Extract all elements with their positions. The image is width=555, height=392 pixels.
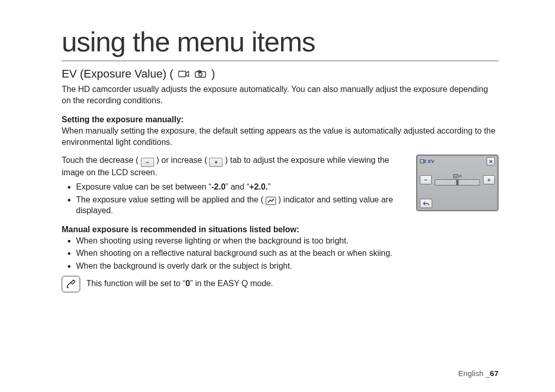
lcd-decrease-button[interactable]: − (420, 175, 432, 184)
recommended-subhead: Manual exposure is recommended in situat… (62, 225, 498, 234)
lcd-screenshot: EV ✕ − 0 + (416, 155, 498, 211)
svg-rect-0 (179, 71, 186, 77)
video-mode-icon (178, 70, 190, 78)
lcd-video-icon (420, 159, 426, 164)
lcd-slider-group: 0 (435, 174, 480, 185)
b1-pre: Exposure value can be set between “ (76, 182, 211, 191)
lcd-title: EV (420, 159, 434, 164)
footer-page-number: 67 (490, 369, 498, 378)
lcd-ev-label: EV (428, 159, 434, 164)
note-post: ” in the EASY Q mode. (190, 279, 273, 288)
b1-max: +2.0. (249, 182, 268, 191)
note-val: 0 (186, 279, 190, 288)
lcd-increase-button[interactable]: + (483, 175, 495, 184)
manual-paragraph: When manually setting the exposure, the … (62, 125, 498, 147)
photo-mode-icon (195, 70, 206, 78)
lcd-slider-track[interactable] (435, 179, 480, 185)
lcd-close-button[interactable]: ✕ (487, 157, 495, 165)
note-pre: This function will be set to “ (86, 279, 186, 288)
lcd-ev-value-text: 0 (459, 174, 461, 178)
touch-mid1: ) or increase ( (156, 156, 207, 164)
recommended-list: When shooting using reverse lighting or … (76, 235, 498, 272)
touch-pre: Touch the decrease ( (62, 156, 138, 164)
ev-indicator-icon (266, 197, 276, 205)
b2-pre: The exposure value setting will be appli… (76, 195, 264, 204)
page-footer: English _67 (458, 369, 498, 378)
svg-rect-5 (420, 160, 424, 163)
increase-button-inline: + (209, 158, 223, 167)
decrease-button-inline: − (141, 158, 154, 167)
section-heading-close: ) (211, 67, 215, 81)
lcd-slider-thumb[interactable] (456, 179, 459, 185)
lcd-back-button[interactable] (420, 199, 432, 208)
page-title: using the menu items (62, 26, 498, 61)
bullet-indicator: The exposure value setting will be appli… (76, 194, 402, 216)
footer-lang: English _ (458, 369, 490, 378)
note-icon (62, 276, 80, 292)
manual-subhead: Setting the exposure manually: (62, 115, 498, 124)
svg-point-4 (272, 199, 273, 200)
instruction-column: Touch the decrease ( − ) or increase ( +… (62, 155, 402, 217)
note-row: This function will be set to “0” in the … (62, 276, 498, 292)
touch-instruction: Touch the decrease ( − ) or increase ( +… (62, 155, 402, 178)
svg-point-3 (199, 73, 202, 76)
list-item: When the background is overly dark or th… (76, 260, 498, 272)
manual-page: using the menu items EV (Exposure Value)… (0, 0, 555, 392)
b1-mid: ” and “ (226, 182, 249, 191)
intro-paragraph: The HD camcorder usually adjusts the exp… (62, 84, 498, 106)
bullet-range: Exposure value can be set between “-2.0”… (76, 181, 402, 193)
section-heading-text: EV (Exposure Value) ( (62, 67, 173, 81)
note-text: This function will be set to “0” in the … (86, 276, 273, 289)
list-item: When shooting using reverse lighting or … (76, 235, 498, 247)
section-heading: EV (Exposure Value) ( ) (62, 67, 498, 81)
lcd-ev-value: 0 (453, 174, 461, 178)
lcd-ev-indicator-icon (453, 174, 458, 178)
b1-post: ” (268, 182, 270, 191)
b1-min: -2.0 (211, 182, 226, 191)
list-item: When shooting on a reflective natural ba… (76, 248, 498, 259)
